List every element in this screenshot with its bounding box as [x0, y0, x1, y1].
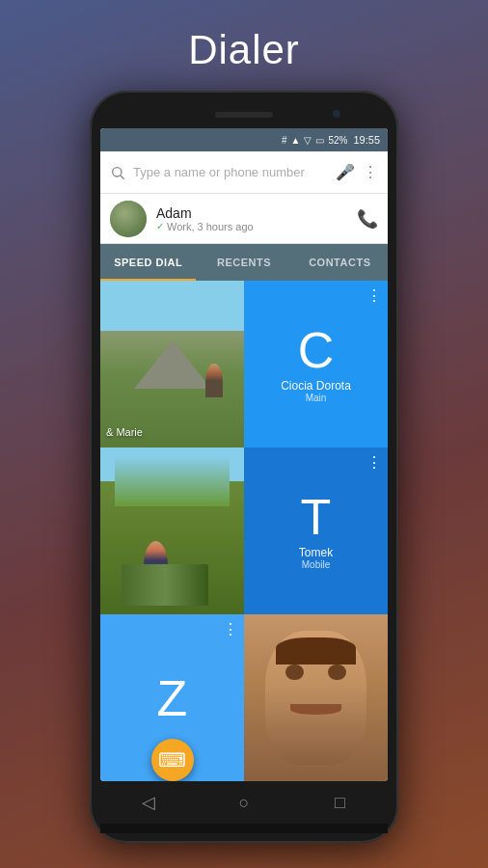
fab-icon: ⌨	[158, 748, 186, 772]
contact-info: Adam ✓ Work, 3 hours ago	[156, 205, 347, 232]
bottom-bar	[100, 824, 388, 833]
grid-cell-3[interactable]	[100, 448, 244, 614]
cell-4-type: Mobile	[302, 559, 330, 570]
status-bar: # ▲ ▽ ▭ 52% 19:55	[100, 128, 388, 151]
grid-cell-2[interactable]: ⋮ C Ciocia Dorota Main	[244, 281, 388, 448]
cell-2-more[interactable]: ⋮	[366, 286, 382, 305]
cell-4-name: Tomek	[299, 546, 333, 559]
call-icon[interactable]: 📞	[357, 208, 378, 230]
tabs-bar: SPEED DIAL RECENTS CONTACTS	[100, 244, 388, 281]
search-placeholder: Type a name or phone number	[133, 165, 328, 179]
back-button[interactable]: ◁	[129, 783, 168, 822]
grid-cell-6[interactable]	[244, 614, 388, 781]
grid-cell-4[interactable]: ⋮ T Tomek Mobile	[244, 448, 388, 614]
battery-percent: 52%	[328, 135, 347, 146]
tab-recents[interactable]: RECENTS	[196, 244, 291, 281]
battery-icon: ▭	[315, 135, 324, 146]
signal-icon: ▲	[291, 135, 301, 146]
home-button[interactable]: ○	[225, 783, 263, 822]
cell-2-type: Main	[306, 393, 327, 403]
work-icon: ✓	[156, 221, 164, 231]
mic-icon[interactable]: 🎤	[336, 163, 355, 181]
avatar	[110, 201, 147, 237]
svg-point-0	[113, 167, 122, 176]
wifi-icon: ▽	[304, 135, 312, 146]
cell-2-letter: C	[298, 325, 335, 375]
bottom-nav: ◁ ○ □	[100, 781, 388, 824]
phone-camera	[333, 110, 340, 118]
speed-dial-grid: & Marie ⋮ C Ciocia Dorota Main	[100, 281, 388, 781]
tab-speed-dial[interactable]: SPEED DIAL	[100, 244, 196, 281]
cell-4-letter: T	[301, 492, 332, 542]
contact-name: Adam	[156, 205, 347, 221]
recent-contact-row[interactable]: Adam ✓ Work, 3 hours ago 📞	[100, 194, 388, 244]
grid-cell-5[interactable]: ⋮ Z ⌨	[100, 614, 244, 781]
phone-outer: # ▲ ▽ ▭ 52% 19:55 Type a name or phone n…	[90, 91, 398, 843]
cell-5-more[interactable]: ⋮	[223, 620, 238, 638]
phone-screen: # ▲ ▽ ▭ 52% 19:55 Type a name or phone n…	[100, 128, 388, 781]
phone-notch	[99, 100, 389, 128]
tab-contacts[interactable]: CONTACTS	[292, 244, 388, 281]
phone-speaker	[215, 112, 273, 118]
svg-line-1	[121, 176, 124, 179]
status-time: 19:55	[353, 134, 380, 146]
recent-button[interactable]: □	[320, 783, 359, 822]
status-hash: #	[282, 135, 287, 146]
search-bar[interactable]: Type a name or phone number 🎤 ⋮	[100, 151, 388, 194]
more-icon[interactable]: ⋮	[363, 163, 378, 181]
contact-detail-text: Work, 3 hours ago	[167, 221, 254, 232]
page-title: Dialer	[188, 27, 300, 73]
cell-4-more[interactable]: ⋮	[366, 453, 382, 472]
cell-1-name: & Marie	[106, 426, 143, 438]
search-icon	[110, 165, 125, 180]
grid-cell-1[interactable]: & Marie	[100, 281, 244, 448]
cell-2-name: Ciocia Dorota	[281, 379, 351, 393]
contact-detail: ✓ Work, 3 hours ago	[156, 221, 347, 232]
cell-5-letter: Z	[157, 673, 188, 723]
fab-button[interactable]: ⌨	[151, 739, 194, 781]
